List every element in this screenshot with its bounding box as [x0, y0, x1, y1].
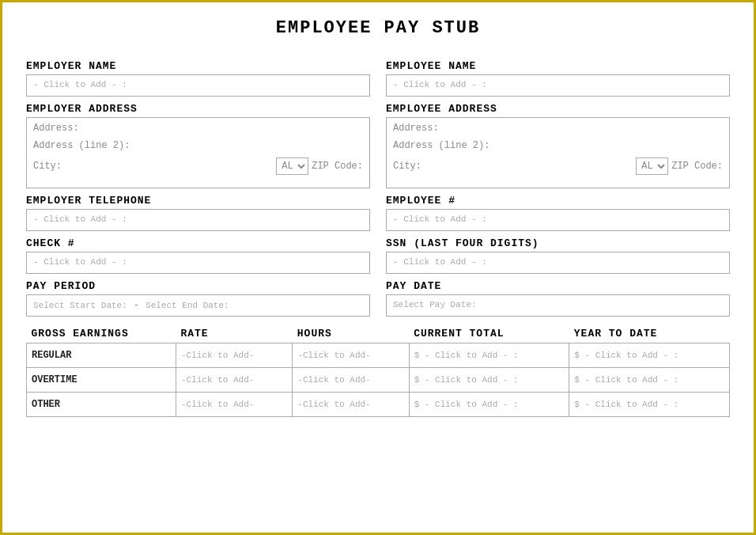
employer-city-input[interactable] — [65, 161, 273, 172]
employee-name-placeholder: - Click to Add - : — [393, 80, 487, 89]
employee-city-row: City: AL AK AZ ZIP Code: — [393, 157, 723, 175]
col-header-gross: GROSS EARNINGS — [27, 324, 176, 343]
employer-name-placeholder: - Click to Add - : — [33, 80, 127, 89]
right-column: EMPLOYEE NAME - Click to Add - : EMPLOYE… — [386, 54, 730, 317]
page-title: EMPLOYEE PAY STUB — [26, 18, 730, 38]
employer-address-box[interactable]: Address: Address (line 2): City: AL AK A… — [26, 117, 370, 188]
pay-date-input[interactable]: Select Pay Date: — [386, 294, 730, 317]
employer-name-label: EMPLOYER NAME — [26, 60, 370, 72]
row-rate-1[interactable]: -Click to Add- — [176, 368, 292, 393]
employee-address-box[interactable]: Address: Address (line 2): City: AL AK A… — [386, 117, 730, 188]
employee-address-line1: Address: — [393, 123, 723, 134]
employer-tel-input[interactable]: - Click to Add - : — [26, 209, 370, 231]
employee-address-line2: Address (line 2): — [393, 140, 723, 151]
pay-date-placeholder: Select Pay Date: — [393, 300, 477, 309]
ssn-placeholder: - Click to Add - : — [393, 257, 487, 267]
left-column: EMPLOYER NAME - Click to Add - : EMPLOYE… — [26, 54, 370, 317]
check-placeholder: - Click to Add - : — [33, 257, 127, 267]
earnings-row: REGULAR -Click to Add- -Click to Add- $ … — [27, 343, 730, 368]
row-current-2[interactable]: $ - Click to Add - : — [409, 393, 569, 417]
employee-state-select[interactable]: AL AK AZ — [636, 157, 668, 175]
earnings-section: GROSS EARNINGS RATE HOURS CURRENT TOTAL … — [26, 324, 730, 417]
employee-name-input[interactable]: - Click to Add - : — [386, 74, 730, 97]
employer-address-label: EMPLOYER ADDRESS — [26, 103, 370, 115]
employee-zip-label: ZIP Code: — [671, 161, 723, 172]
employee-num-placeholder: - Click to Add - : — [393, 214, 487, 224]
employee-num-label: EMPLOYEE # — [386, 195, 730, 207]
check-input[interactable]: - Click to Add - : — [26, 252, 370, 274]
pay-period-start: Select Start Date: — [33, 301, 127, 310]
row-hours-2[interactable]: -Click to Add- — [293, 393, 409, 417]
row-rate-2[interactable]: -Click to Add- — [176, 393, 292, 417]
row-label-1: OVERTIME — [27, 368, 176, 393]
employer-address-line2: Address (line 2): — [33, 140, 363, 151]
employer-city-row: City: AL AK AZ ZIP Code: — [33, 157, 363, 175]
earnings-row: OTHER -Click to Add- -Click to Add- $ - … — [27, 393, 730, 417]
employee-address-label: EMPLOYEE ADDRESS — [386, 103, 730, 115]
top-section: EMPLOYER NAME - Click to Add - : EMPLOYE… — [26, 54, 730, 317]
col-header-hours: HOURS — [293, 324, 409, 343]
col-header-current: CURRENT TOTAL — [409, 324, 569, 343]
earnings-table: GROSS EARNINGS RATE HOURS CURRENT TOTAL … — [26, 324, 730, 417]
row-rate-0[interactable]: -Click to Add- — [176, 343, 292, 368]
employee-name-label: EMPLOYEE NAME — [386, 60, 730, 72]
employee-city-input[interactable] — [425, 161, 633, 172]
row-ytd-0[interactable]: $ - Click to Add - : — [569, 343, 730, 368]
row-label-0: REGULAR — [27, 343, 176, 368]
row-ytd-2[interactable]: $ - Click to Add - : — [569, 393, 730, 417]
row-current-0[interactable]: $ - Click to Add - : — [409, 343, 569, 368]
employer-tel-label: EMPLOYER TELEPHONE — [26, 195, 370, 207]
col-header-rate: RATE — [176, 324, 292, 343]
row-hours-0[interactable]: -Click to Add- — [293, 343, 409, 368]
row-current-1[interactable]: $ - Click to Add - : — [409, 368, 569, 393]
check-label: CHECK # — [26, 237, 370, 249]
col-header-ytd: YEAR TO DATE — [569, 324, 730, 343]
ssn-label: SSN (LAST FOUR DIGITS) — [386, 237, 730, 249]
pay-period-input[interactable]: Select Start Date: - Select End Date: — [26, 294, 370, 317]
employee-city-label: City: — [393, 161, 421, 172]
row-label-2: OTHER — [27, 393, 176, 417]
employer-tel-placeholder: - Click to Add - : — [33, 214, 127, 224]
pay-period-label: PAY PERIOD — [26, 280, 370, 292]
earnings-row: OVERTIME -Click to Add- -Click to Add- $… — [27, 368, 730, 393]
employer-address-line1: Address: — [33, 123, 363, 134]
employee-num-input[interactable]: - Click to Add - : — [386, 209, 730, 231]
pay-stub-page: EMPLOYEE PAY STUB EMPLOYER NAME - Click … — [0, 0, 756, 535]
employer-name-input[interactable]: - Click to Add - : — [26, 74, 370, 97]
pay-period-dash: - — [134, 300, 139, 311]
employer-city-label: City: — [33, 161, 62, 172]
employer-state-select[interactable]: AL AK AZ — [276, 157, 308, 175]
ssn-input[interactable]: - Click to Add - : — [386, 252, 730, 274]
employer-zip-label: ZIP Code: — [312, 161, 363, 172]
row-hours-1[interactable]: -Click to Add- — [293, 368, 409, 393]
pay-date-label: PAY DATE — [386, 280, 730, 292]
row-ytd-1[interactable]: $ - Click to Add - : — [569, 368, 730, 393]
pay-period-end: Select End Date: — [146, 301, 229, 310]
